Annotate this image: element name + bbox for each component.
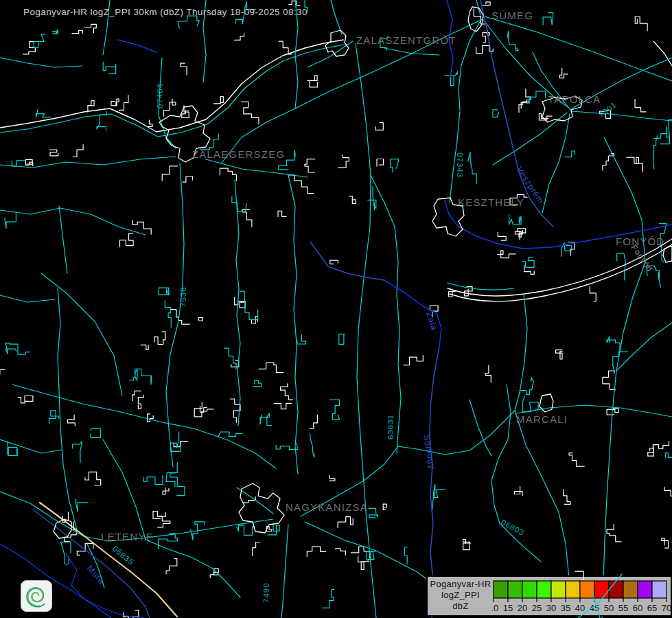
village-outline-squiggle <box>164 100 176 117</box>
stream-squiggle <box>170 432 181 451</box>
map-road-path <box>288 175 298 474</box>
map-road-path <box>331 0 342 34</box>
village-outline-squiggle <box>235 297 245 308</box>
village-outline-squiggle <box>111 99 119 106</box>
village-outline-squiggle <box>607 525 621 542</box>
stream-squiggle <box>166 462 177 487</box>
village-outline-squiggle <box>305 159 315 172</box>
village-outline-squiggle <box>171 310 190 325</box>
village-outline-squiggle <box>148 120 152 127</box>
map-road-path <box>194 428 276 468</box>
village-outline-squiggle <box>329 475 335 481</box>
village-outline-squiggle <box>514 486 522 496</box>
stream-squiggle <box>260 413 272 426</box>
map-road-path <box>616 323 672 371</box>
village-outline-squiggle <box>338 517 353 528</box>
legend-tick-label: 55 <box>618 603 628 613</box>
village-outline-squiggle <box>162 166 177 181</box>
stream-squiggle <box>653 126 669 138</box>
legend-field-label: logZ_PPI <box>428 590 494 601</box>
village-outline-squiggle <box>235 34 244 41</box>
map-label-road: 7536 <box>179 286 187 307</box>
legend-tick-label: 20 <box>518 603 527 613</box>
stream-squiggle <box>36 109 50 117</box>
stream-squiggle <box>159 288 169 295</box>
map-label-city: MARCALI <box>516 413 568 425</box>
map-road-path <box>146 540 240 597</box>
town-outlines <box>54 7 672 538</box>
village-outline-squiggle <box>18 396 33 402</box>
stream-squiggle <box>391 159 399 172</box>
radar-product-title: Poganyvar-HR logZ_PPI 30km (dbZ) Thursda… <box>23 7 308 17</box>
village-outline-squiggle <box>243 497 255 503</box>
stream-squiggle <box>12 161 25 166</box>
village-outline-squiggle <box>181 63 187 75</box>
stream-squiggle <box>130 370 137 381</box>
village-outline-squiggle <box>220 168 236 181</box>
map-road-path <box>398 411 515 455</box>
map-road-path <box>0 295 55 302</box>
village-outline-squiggle <box>25 159 32 165</box>
legend-colorbar: 10152025303540455055606570 <box>492 577 672 616</box>
village-outline-squiggle <box>349 196 356 204</box>
stream-squiggle <box>339 334 345 345</box>
village-outline-squiggle <box>485 365 491 382</box>
village-outline-squiggle <box>49 150 58 156</box>
village-outline-squiggle <box>199 318 203 321</box>
map-road-path <box>491 385 511 523</box>
map-label-city: FONYÓD <box>616 236 664 247</box>
legend-tick-label: 45 <box>590 603 599 613</box>
village-outline-squiggle <box>119 95 128 111</box>
village-outline-squiggle <box>335 549 345 555</box>
village-outline-squiggle <box>72 30 82 33</box>
legend-color-cell <box>522 581 537 598</box>
legend-color-cell <box>580 581 594 598</box>
village-outline-squiggle <box>635 100 646 112</box>
village-outline-squiggle <box>559 68 568 78</box>
stream-squiggle <box>368 187 376 210</box>
village-outline-squiggle <box>163 488 169 494</box>
stream-squiggle <box>34 34 45 48</box>
stream-squiggle <box>322 589 334 608</box>
stream-squiggle <box>276 443 297 450</box>
map-label-roadname: Fonyód <box>629 243 655 274</box>
village-outline-squiggle <box>483 2 491 5</box>
stream-squiggle <box>660 115 672 144</box>
village-outline-squiggle <box>662 538 669 548</box>
stream-squiggle <box>224 348 236 369</box>
village-outline-squiggle <box>158 516 170 527</box>
village-outline-squiggle <box>132 391 141 400</box>
village-outline-squiggle <box>154 332 165 344</box>
village-outline-squiggle <box>603 154 614 171</box>
stream-squiggle <box>607 336 620 352</box>
village-outline-squiggle <box>539 114 552 120</box>
legend-tick-label: 70 <box>662 603 671 613</box>
legend-tick-label: 10 <box>492 603 498 613</box>
village-outline-squiggle <box>278 211 286 216</box>
map-label-region: Mura <box>85 564 107 586</box>
village-outline-squiggle <box>183 176 193 182</box>
map-road-path <box>166 163 184 467</box>
stream-squiggle <box>73 442 82 463</box>
map-labels: SÜMEGZALASZENTGRÓTTAPOLCAZALAEGERSZEGKES… <box>85 10 665 603</box>
village-outline-squiggle <box>404 356 423 365</box>
map-white-path <box>0 40 343 132</box>
map-road-path <box>384 48 439 55</box>
map-road-path <box>371 175 401 453</box>
stream-squiggle <box>468 152 476 183</box>
radar-screen: SÜMEGZALASZENTGRÓTTAPOLCAZALAEGERSZEGKES… <box>0 0 672 618</box>
village-outline-squiggle <box>241 102 259 124</box>
legend-title-block: Poganyvar-HR logZ_PPI dbZ <box>428 579 494 612</box>
stream-squiggle <box>253 380 262 387</box>
map-label-road: 06835 <box>111 544 136 566</box>
village-outline-squiggle <box>85 472 101 485</box>
map-road-path <box>470 400 491 456</box>
village-outline-squiggle <box>358 556 369 569</box>
legend-tick-label: 30 <box>546 603 556 613</box>
village-outline-squiggle <box>338 155 349 168</box>
village-outline-squiggle <box>67 415 75 426</box>
map-road-path <box>602 262 645 618</box>
map-road-path <box>0 157 176 168</box>
stream-squiggle <box>237 525 255 535</box>
village-outline-squiggle <box>569 453 584 467</box>
